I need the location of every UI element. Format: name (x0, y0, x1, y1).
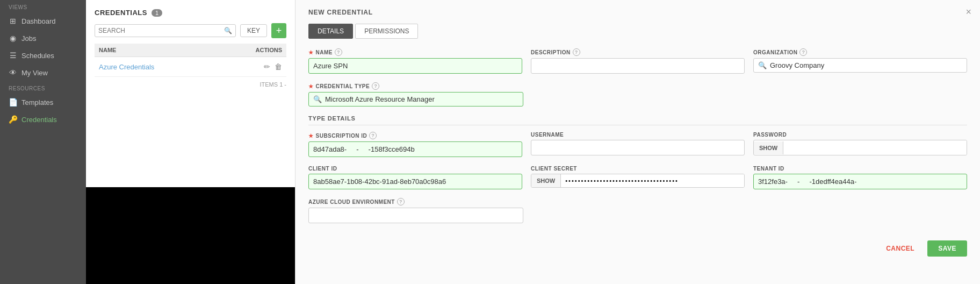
views-section-label: VIEWS (0, 0, 86, 12)
client-secret-group: CLIENT SECRET SHOW (531, 166, 745, 189)
name-help-icon[interactable]: ? (335, 48, 342, 56)
search-input[interactable] (98, 27, 224, 34)
sidebar-item-label: Templates (21, 98, 53, 106)
sidebar-item-label: Dashboard (21, 17, 56, 25)
form-row-2: ★ CREDENTIAL TYPE ? 🔍 (308, 82, 967, 106)
description-help-icon[interactable]: ? (573, 48, 580, 56)
sidebar-item-jobs[interactable]: ◉ Jobs (0, 30, 86, 47)
tab-details[interactable]: DETAILS (308, 24, 353, 39)
credential-type-search-icon: 🔍 (313, 95, 322, 103)
cancel-button[interactable]: CANCEL (877, 240, 923, 257)
credential-type-group: ★ CREDENTIAL TYPE ? 🔍 (308, 82, 523, 106)
org-search-icon: 🔍 (758, 61, 767, 69)
close-button[interactable]: × (965, 6, 971, 18)
organization-help-icon[interactable]: ? (799, 48, 807, 56)
credentials-header: CREDENTIALS 1 (95, 9, 286, 17)
password-input[interactable] (783, 140, 967, 155)
search-bar: 🔍 KEY + (95, 23, 286, 38)
new-credential-panel: NEW CREDENTIAL × DETAILS PERMISSIONS ★ N… (296, 0, 980, 284)
save-button[interactable]: SAVE (927, 240, 967, 257)
sidebar-item-label: Jobs (21, 34, 36, 42)
tab-bar: DETAILS PERMISSIONS (308, 24, 967, 39)
credential-type-help-icon[interactable]: ? (372, 82, 379, 90)
credential-type-input-wrap[interactable]: 🔍 (308, 92, 523, 106)
client-secret-wrap: SHOW (531, 174, 745, 188)
credentials-icon: 🔑 (9, 115, 17, 124)
credential-link[interactable]: Azure Credentials (99, 63, 154, 71)
sidebar-item-myview[interactable]: 👁 My View (0, 64, 86, 81)
sidebar-item-label: Credentials (21, 116, 57, 124)
table-header: NAME ACTIONS (95, 44, 286, 57)
search-icon: 🔍 (224, 27, 232, 34)
client-secret-input[interactable] (561, 174, 744, 187)
search-input-wrap[interactable]: 🔍 (95, 24, 236, 37)
edit-button[interactable]: ✏ (264, 62, 270, 71)
resources-section-label: RESOURCES (0, 81, 86, 94)
subscription-id-help-icon[interactable]: ? (369, 132, 377, 139)
jobs-icon: ◉ (9, 34, 17, 42)
subscription-id-group: ★ SUBSCRIPTION ID ? (308, 132, 522, 157)
description-input[interactable] (531, 58, 745, 74)
table-row: Azure Credentials ✏ 🗑 (95, 57, 286, 77)
name-group: ★ NAME ? (308, 48, 522, 74)
azure-cloud-input[interactable] (308, 208, 523, 223)
organization-input[interactable] (770, 61, 962, 69)
row-actions: ✏ 🗑 (264, 62, 282, 71)
name-input[interactable] (308, 58, 522, 74)
client-secret-label: CLIENT SECRET (531, 166, 745, 172)
credentials-title: CREDENTIALS (95, 9, 147, 17)
templates-icon: 📄 (9, 98, 17, 106)
name-label: ★ NAME ? (308, 48, 522, 56)
credentials-panel: CREDENTIALS 1 🔍 KEY + NAME ACTIONS Azure… (86, 0, 296, 284)
delete-button[interactable]: 🗑 (275, 62, 282, 71)
password-show-button[interactable]: SHOW (754, 141, 783, 154)
username-label: USERNAME (531, 132, 745, 138)
credential-type-input[interactable] (325, 95, 518, 103)
tenant-id-label: TENANT ID (753, 166, 967, 172)
form-row-4: CLIENT ID CLIENT SECRET SHOW TENANT ID (308, 166, 967, 189)
col-name: NAME (99, 47, 116, 53)
sidebar-item-templates[interactable]: 📄 Templates (0, 94, 86, 111)
myview-icon: 👁 (9, 68, 17, 77)
sidebar-item-dashboard[interactable]: ⊞ Dashboard (0, 12, 86, 30)
add-credential-button[interactable]: + (271, 23, 286, 38)
azure-cloud-label: AZURE CLOUD ENVIRONMENT ? (308, 198, 523, 205)
tenant-id-group: TENANT ID (753, 166, 967, 189)
items-count: ITEMS 1 - (95, 81, 286, 88)
client-id-input[interactable] (308, 174, 522, 189)
black-section (86, 187, 295, 284)
type-details-label: TYPE DETAILS (308, 115, 967, 125)
subscription-id-input[interactable] (308, 141, 522, 157)
tab-permissions[interactable]: PERMISSIONS (355, 24, 418, 39)
username-group: USERNAME (531, 132, 745, 157)
form-row-5: AZURE CLOUD ENVIRONMENT ? (308, 198, 967, 223)
credential-type-label: ★ CREDENTIAL TYPE ? (308, 82, 523, 90)
key-button[interactable]: KEY (240, 24, 267, 37)
client-id-group: CLIENT ID (308, 166, 522, 189)
sidebar: VIEWS ⊞ Dashboard ◉ Jobs ☰ Schedules 👁 M… (0, 0, 86, 284)
organization-label: ORGANIZATION ? (753, 48, 967, 56)
client-secret-show-button[interactable]: SHOW (531, 174, 561, 187)
sidebar-item-label: My View (21, 69, 48, 77)
tenant-id-input[interactable] (753, 174, 967, 189)
main-content: CREDENTIALS 1 🔍 KEY + NAME ACTIONS Azure… (86, 0, 980, 284)
schedules-icon: ☰ (9, 51, 17, 60)
panel-title: NEW CREDENTIAL (308, 9, 967, 16)
username-input[interactable] (531, 140, 745, 155)
azure-cloud-help-icon[interactable]: ? (397, 198, 405, 205)
sidebar-item-schedules[interactable]: ☰ Schedules (0, 47, 86, 64)
organization-group: ORGANIZATION ? 🔍 (753, 48, 967, 74)
azure-cloud-group: AZURE CLOUD ENVIRONMENT ? (308, 198, 523, 223)
subscription-id-label: ★ SUBSCRIPTION ID ? (308, 132, 522, 139)
password-group: PASSWORD SHOW (753, 132, 967, 157)
dashboard-icon: ⊞ (9, 17, 17, 25)
password-wrap: SHOW (753, 140, 967, 155)
credentials-badge: 1 (152, 9, 162, 17)
organization-input-wrap[interactable]: 🔍 (753, 58, 967, 73)
sidebar-item-credentials[interactable]: 🔑 Credentials (0, 111, 86, 128)
col-actions: ACTIONS (256, 47, 283, 53)
form-row-1: ★ NAME ? DESCRIPTION ? ORGANIZATION ? (308, 48, 967, 74)
client-id-label: CLIENT ID (308, 166, 522, 172)
form-row-3: ★ SUBSCRIPTION ID ? USERNAME PASSWORD SH… (308, 132, 967, 157)
sidebar-item-label: Schedules (21, 52, 54, 60)
